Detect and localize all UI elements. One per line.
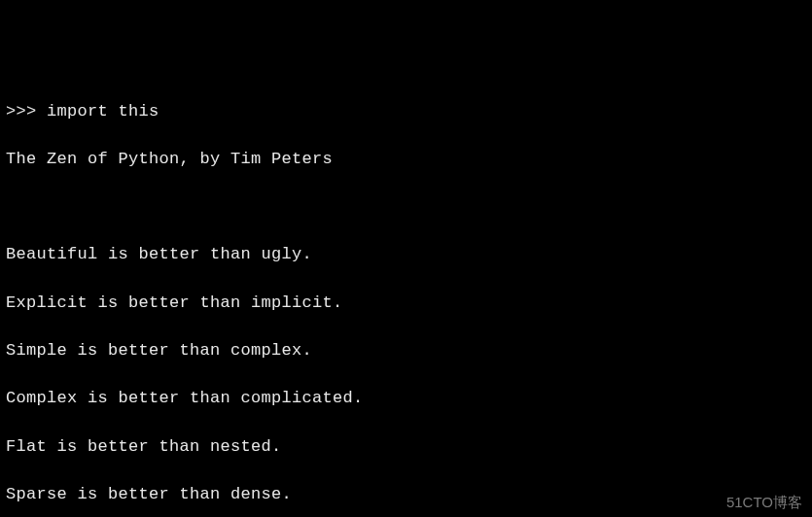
output-title: The Zen of Python, by Tim Peters [6,148,806,172]
output-line: Sparse is better than dense. [6,483,806,507]
output-line: Complex is better than complicated. [6,387,806,411]
output-line: Flat is better than nested. [6,435,806,460]
watermark: 51CTO博客 [726,492,802,513]
command-input[interactable]: import this [47,102,159,121]
prompt-symbol: >>> [6,102,47,121]
output-line: Simple is better than complex. [6,339,806,363]
prompt-line[interactable]: >>> import this [6,100,806,124]
blank-line [6,195,806,220]
output-line: Beautiful is better than ugly. [6,243,806,267]
output-line: Explicit is better than implicit. [6,292,806,316]
